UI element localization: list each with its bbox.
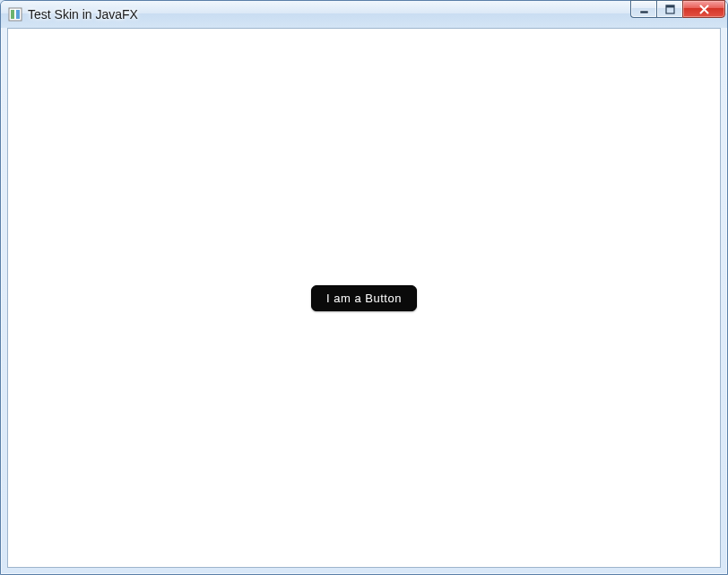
minimize-button[interactable] bbox=[630, 0, 656, 18]
client-area: I am a Button bbox=[7, 28, 721, 568]
maximize-icon bbox=[665, 4, 675, 14]
application-window: Test Skin in JavaFX I am a Button bbox=[0, 0, 728, 575]
svg-rect-5 bbox=[666, 5, 674, 8]
app-icon bbox=[8, 7, 22, 22]
close-button[interactable] bbox=[682, 0, 725, 18]
window-controls bbox=[630, 1, 725, 28]
close-icon bbox=[698, 4, 710, 14]
titlebar[interactable]: Test Skin in JavaFX bbox=[1, 1, 727, 28]
svg-rect-3 bbox=[640, 11, 648, 13]
maximize-button[interactable] bbox=[656, 0, 682, 18]
svg-rect-2 bbox=[16, 10, 20, 19]
minimize-icon bbox=[639, 4, 649, 14]
window-title: Test Skin in JavaFX bbox=[28, 7, 630, 22]
svg-rect-1 bbox=[11, 10, 14, 19]
demo-button[interactable]: I am a Button bbox=[311, 285, 417, 311]
